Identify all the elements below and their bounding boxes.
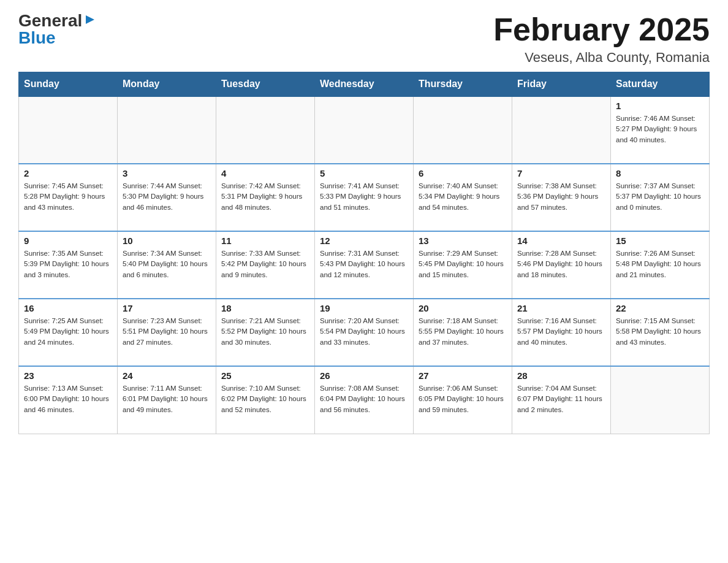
day-info: Sunrise: 7:38 AM Sunset: 5:36 PM Dayligh… xyxy=(517,181,605,213)
day-number: 17 xyxy=(123,303,211,313)
calendar-cell-w5-d2: 24Sunrise: 7:11 AM Sunset: 6:01 PM Dayli… xyxy=(118,366,216,434)
calendar-cell-w1-d4 xyxy=(315,96,414,164)
day-info: Sunrise: 7:35 AM Sunset: 5:39 PM Dayligh… xyxy=(24,248,112,280)
svg-marker-0 xyxy=(86,15,94,24)
day-number: 16 xyxy=(24,303,112,313)
day-number: 28 xyxy=(517,370,605,381)
day-number: 6 xyxy=(419,168,507,178)
calendar-cell-w2-d5: 6Sunrise: 7:40 AM Sunset: 5:34 PM Daylig… xyxy=(414,164,512,231)
day-number: 23 xyxy=(24,370,112,381)
day-info: Sunrise: 7:46 AM Sunset: 5:27 PM Dayligh… xyxy=(616,113,704,145)
calendar-cell-w4-d7: 22Sunrise: 7:15 AM Sunset: 5:58 PM Dayli… xyxy=(611,299,710,366)
day-info: Sunrise: 7:37 AM Sunset: 5:37 PM Dayligh… xyxy=(616,181,704,213)
calendar-header-row: Sunday Monday Tuesday Wednesday Thursday… xyxy=(19,72,710,97)
header-saturday: Saturday xyxy=(611,72,710,97)
day-info: Sunrise: 7:10 AM Sunset: 6:02 PM Dayligh… xyxy=(221,383,309,415)
day-number: 27 xyxy=(419,370,507,381)
calendar-week-5: 23Sunrise: 7:13 AM Sunset: 6:00 PM Dayli… xyxy=(19,366,710,434)
calendar-cell-w5-d4: 26Sunrise: 7:08 AM Sunset: 6:04 PM Dayli… xyxy=(315,366,414,434)
calendar-cell-w3-d2: 10Sunrise: 7:34 AM Sunset: 5:40 PM Dayli… xyxy=(118,231,216,299)
calendar-cell-w3-d1: 9Sunrise: 7:35 AM Sunset: 5:39 PM Daylig… xyxy=(19,231,118,299)
calendar-cell-w5-d6: 28Sunrise: 7:04 AM Sunset: 6:07 PM Dayli… xyxy=(512,366,611,434)
calendar-cell-w4-d5: 20Sunrise: 7:18 AM Sunset: 5:55 PM Dayli… xyxy=(414,299,512,366)
day-info: Sunrise: 7:18 AM Sunset: 5:55 PM Dayligh… xyxy=(419,316,507,348)
day-number: 13 xyxy=(419,236,507,246)
day-number: 5 xyxy=(320,168,408,178)
day-number: 4 xyxy=(221,168,309,178)
calendar-title: February 2025 xyxy=(493,12,710,47)
title-block: February 2025 Veseus, Alba County, Roman… xyxy=(493,12,710,66)
calendar-cell-w1-d6 xyxy=(512,96,611,164)
day-info: Sunrise: 7:28 AM Sunset: 5:46 PM Dayligh… xyxy=(517,248,605,280)
day-info: Sunrise: 7:13 AM Sunset: 6:00 PM Dayligh… xyxy=(24,383,112,415)
day-number: 20 xyxy=(419,303,507,313)
header-friday: Friday xyxy=(512,72,611,97)
day-number: 12 xyxy=(320,236,408,246)
day-info: Sunrise: 7:11 AM Sunset: 6:01 PM Dayligh… xyxy=(123,383,211,415)
calendar-week-3: 9Sunrise: 7:35 AM Sunset: 5:39 PM Daylig… xyxy=(19,231,710,299)
day-info: Sunrise: 7:23 AM Sunset: 5:51 PM Dayligh… xyxy=(123,316,211,348)
calendar-cell-w2-d2: 3Sunrise: 7:44 AM Sunset: 5:30 PM Daylig… xyxy=(118,164,216,231)
day-info: Sunrise: 7:26 AM Sunset: 5:48 PM Dayligh… xyxy=(616,248,704,280)
day-info: Sunrise: 7:29 AM Sunset: 5:45 PM Dayligh… xyxy=(419,248,507,280)
day-number: 9 xyxy=(24,236,112,246)
calendar-week-4: 16Sunrise: 7:25 AM Sunset: 5:49 PM Dayli… xyxy=(19,299,710,366)
day-number: 3 xyxy=(123,168,211,178)
header-thursday: Thursday xyxy=(414,72,512,97)
logo-arrow-icon xyxy=(83,13,97,26)
day-info: Sunrise: 7:44 AM Sunset: 5:30 PM Dayligh… xyxy=(123,181,211,213)
calendar-cell-w2-d4: 5Sunrise: 7:41 AM Sunset: 5:33 PM Daylig… xyxy=(315,164,414,231)
day-number: 19 xyxy=(320,303,408,313)
calendar-cell-w3-d4: 12Sunrise: 7:31 AM Sunset: 5:43 PM Dayli… xyxy=(315,231,414,299)
calendar-cell-w1-d2 xyxy=(118,96,216,164)
day-info: Sunrise: 7:41 AM Sunset: 5:33 PM Dayligh… xyxy=(320,181,408,213)
day-number: 26 xyxy=(320,370,408,381)
calendar-week-2: 2Sunrise: 7:45 AM Sunset: 5:28 PM Daylig… xyxy=(19,164,710,231)
day-info: Sunrise: 7:08 AM Sunset: 6:04 PM Dayligh… xyxy=(320,383,408,415)
day-number: 14 xyxy=(517,236,605,246)
calendar-week-1: 1Sunrise: 7:46 AM Sunset: 5:27 PM Daylig… xyxy=(19,96,710,164)
day-info: Sunrise: 7:33 AM Sunset: 5:42 PM Dayligh… xyxy=(221,248,309,280)
calendar-cell-w4-d3: 18Sunrise: 7:21 AM Sunset: 5:52 PM Dayli… xyxy=(216,299,315,366)
calendar-cell-w2-d3: 4Sunrise: 7:42 AM Sunset: 5:31 PM Daylig… xyxy=(216,164,315,231)
calendar-cell-w1-d3 xyxy=(216,96,315,164)
day-info: Sunrise: 7:45 AM Sunset: 5:28 PM Dayligh… xyxy=(24,181,112,213)
day-number: 22 xyxy=(616,303,704,313)
calendar-table: Sunday Monday Tuesday Wednesday Thursday… xyxy=(18,72,710,434)
day-number: 7 xyxy=(517,168,605,178)
logo-general-text: General xyxy=(18,12,82,29)
header-wednesday: Wednesday xyxy=(315,72,414,97)
calendar-cell-w2-d1: 2Sunrise: 7:45 AM Sunset: 5:28 PM Daylig… xyxy=(19,164,118,231)
day-info: Sunrise: 7:20 AM Sunset: 5:54 PM Dayligh… xyxy=(320,316,408,348)
page-header: General Blue February 2025 Veseus, Alba … xyxy=(18,12,710,66)
calendar-cell-w3-d5: 13Sunrise: 7:29 AM Sunset: 5:45 PM Dayli… xyxy=(414,231,512,299)
day-number: 10 xyxy=(123,236,211,246)
logo-blue-text: Blue xyxy=(18,29,56,47)
calendar-cell-w4-d2: 17Sunrise: 7:23 AM Sunset: 5:51 PM Dayli… xyxy=(118,299,216,366)
calendar-cell-w1-d7: 1Sunrise: 7:46 AM Sunset: 5:27 PM Daylig… xyxy=(611,96,710,164)
day-info: Sunrise: 7:04 AM Sunset: 6:07 PM Dayligh… xyxy=(517,383,605,415)
calendar-cell-w1-d5 xyxy=(414,96,512,164)
calendar-cell-w5-d3: 25Sunrise: 7:10 AM Sunset: 6:02 PM Dayli… xyxy=(216,366,315,434)
logo: General Blue xyxy=(18,12,97,47)
header-monday: Monday xyxy=(118,72,216,97)
day-number: 15 xyxy=(616,236,704,246)
header-tuesday: Tuesday xyxy=(216,72,315,97)
day-info: Sunrise: 7:16 AM Sunset: 5:57 PM Dayligh… xyxy=(517,316,605,348)
day-number: 8 xyxy=(616,168,704,178)
calendar-cell-w5-d1: 23Sunrise: 7:13 AM Sunset: 6:00 PM Dayli… xyxy=(19,366,118,434)
calendar-cell-w5-d7 xyxy=(611,366,710,434)
calendar-cell-w2-d6: 7Sunrise: 7:38 AM Sunset: 5:36 PM Daylig… xyxy=(512,164,611,231)
day-info: Sunrise: 7:40 AM Sunset: 5:34 PM Dayligh… xyxy=(419,181,507,213)
calendar-cell-w2-d7: 8Sunrise: 7:37 AM Sunset: 5:37 PM Daylig… xyxy=(611,164,710,231)
day-info: Sunrise: 7:34 AM Sunset: 5:40 PM Dayligh… xyxy=(123,248,211,280)
calendar-location: Veseus, Alba County, Romania xyxy=(493,50,710,66)
day-info: Sunrise: 7:21 AM Sunset: 5:52 PM Dayligh… xyxy=(221,316,309,348)
calendar-cell-w3-d6: 14Sunrise: 7:28 AM Sunset: 5:46 PM Dayli… xyxy=(512,231,611,299)
day-number: 1 xyxy=(616,101,704,111)
header-sunday: Sunday xyxy=(19,72,118,97)
day-info: Sunrise: 7:31 AM Sunset: 5:43 PM Dayligh… xyxy=(320,248,408,280)
day-info: Sunrise: 7:06 AM Sunset: 6:05 PM Dayligh… xyxy=(419,383,507,415)
day-number: 24 xyxy=(123,370,211,381)
day-info: Sunrise: 7:25 AM Sunset: 5:49 PM Dayligh… xyxy=(24,316,112,348)
